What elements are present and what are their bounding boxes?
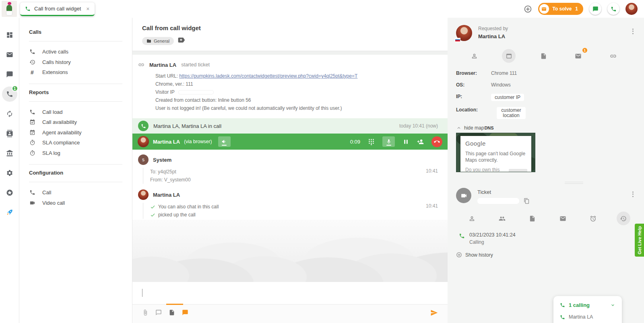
show-history-link[interactable]: Show history <box>456 252 636 258</box>
phone-icon <box>611 6 617 12</box>
chevron-down-icon[interactable] <box>610 302 615 308</box>
browser-window-icon <box>506 53 512 60</box>
customer-name[interactable]: Martina LA <box>478 33 508 39</box>
add-new-icon[interactable] <box>524 5 532 13</box>
tab-history[interactable] <box>617 212 630 225</box>
sidenav-item-label: Call load <box>42 109 63 115</box>
location-map[interactable]: Google This page can't load Google Maps … <box>456 133 535 172</box>
topbar-actions: To solve 1 <box>524 3 644 15</box>
sidenav-item-label: Active calls <box>42 49 68 55</box>
speaker-icon <box>221 139 227 144</box>
tab-browser-info[interactable] <box>502 49 516 63</box>
rail-calls[interactable]: 1 <box>0 84 19 104</box>
rail-automation[interactable] <box>0 104 19 123</box>
mic-icon <box>386 139 392 144</box>
message-author: Martina LA <box>149 62 176 68</box>
sidenav-item-call-availability[interactable]: Call availability <box>29 117 122 128</box>
topbar: Call from call widget × To solve 1 <box>0 0 644 18</box>
mute-button[interactable] <box>382 136 395 147</box>
rail-dashboard[interactable] <box>0 25 19 45</box>
person-icon <box>469 215 475 222</box>
rail-tickets[interactable] <box>0 45 19 64</box>
sidenav-item-sla-log[interactable]: SLA log <box>29 148 122 158</box>
customer-card: Requested by Martina LA <box>456 25 636 41</box>
internal-note-icon[interactable] <box>182 309 188 316</box>
tab-mail[interactable]: 1 <box>572 49 585 63</box>
file-icon <box>529 215 536 222</box>
contact-card-icon <box>6 130 13 137</box>
rail-settings[interactable] <box>0 163 19 183</box>
app-window: Call from call widget × To solve 1 1 <box>0 0 644 323</box>
dialpad-icon[interactable] <box>368 138 375 145</box>
hangup-button[interactable] <box>431 136 442 147</box>
sidenav-item-calls-history[interactable]: Calls history <box>29 57 122 68</box>
sidenav-item-video-call[interactable]: Video call <box>29 198 122 208</box>
chat-icon <box>592 6 599 12</box>
sidenav-item-call[interactable]: Call <box>29 187 122 198</box>
pickup-note-text: picked up the call <box>158 211 196 219</box>
add-participant-icon[interactable] <box>417 138 424 145</box>
calls-badge: 1 <box>12 85 18 92</box>
ticket-tab[interactable]: Call from call widget × <box>20 2 95 16</box>
plus-circle-icon <box>456 252 462 258</box>
ticket-menu-icon[interactable] <box>631 189 635 200</box>
to-solve-button[interactable]: To solve 1 <box>538 3 583 15</box>
sidenav-item-extensions[interactable]: # Extensions <box>29 67 122 78</box>
send-icon[interactable] <box>430 309 438 317</box>
tab-ticket-mail[interactable] <box>556 212 570 225</box>
rail-achievements[interactable] <box>0 183 19 202</box>
file-icon[interactable] <box>169 309 175 316</box>
detail-label: OS: <box>456 82 491 88</box>
hide-map-toggle[interactable]: hide map DNS <box>456 125 636 131</box>
customer-menu-icon[interactable] <box>631 26 635 37</box>
close-icon[interactable]: × <box>86 6 89 12</box>
get-live-help-tab[interactable]: Get Live Help <box>635 224 644 257</box>
rail-chats[interactable] <box>0 64 19 84</box>
tab-sla[interactable] <box>586 212 600 225</box>
tab-requester[interactable] <box>465 212 479 225</box>
tab-links[interactable] <box>606 49 620 63</box>
attach-icon[interactable] <box>142 309 149 316</box>
hash-icon: # <box>29 69 35 76</box>
logo-cactus-flower <box>8 2 11 5</box>
department-chip[interactable]: General <box>142 37 174 45</box>
sidenav-item-agent-availability[interactable]: Agent availability <box>29 128 122 138</box>
panel-drag-handle[interactable] <box>565 182 583 184</box>
requested-by-label: Requested by <box>478 26 508 31</box>
tab-tickets[interactable] <box>537 49 551 63</box>
rail-customers[interactable] <box>0 123 19 143</box>
app-logo[interactable] <box>2 1 17 17</box>
calls-button[interactable] <box>607 3 619 15</box>
chats-button[interactable] <box>589 3 601 15</box>
message-author: System <box>153 157 171 163</box>
tab-related-tickets[interactable] <box>526 212 539 225</box>
sidenav-item-active-calls[interactable]: Active calls <box>29 47 122 57</box>
ticket-panel: Call from call widget General Martina LA… <box>132 18 448 323</box>
call-icon <box>25 6 31 12</box>
speaker-button[interactable] <box>218 136 231 147</box>
rail-getting-started[interactable] <box>0 202 19 222</box>
customer-avatar[interactable] <box>456 25 472 41</box>
dashboard-icon <box>6 31 13 39</box>
sidenav-item-label: SLA log <box>42 150 60 156</box>
user-avatar[interactable] <box>625 3 638 15</box>
detail-value: Windows <box>491 82 511 88</box>
add-tag-button[interactable] <box>177 36 186 46</box>
calling-participant-name: Martina LA <box>569 314 593 320</box>
history-icon <box>620 215 627 222</box>
chat-outline-icon[interactable] <box>155 309 162 316</box>
start-url-link[interactable]: https://pumpkins.ladesk.com/contactwidge… <box>179 73 357 79</box>
calling-participant[interactable]: Martina LA <box>560 314 615 320</box>
side-navigation: Calls Active calls Calls history # Exten… <box>19 18 132 323</box>
customer-tabs: 1 <box>467 49 620 63</box>
hold-icon[interactable] <box>402 138 409 145</box>
to-solve-label: To solve <box>553 6 572 12</box>
tab-profile[interactable] <box>467 49 481 63</box>
tab-participants[interactable] <box>495 212 509 225</box>
sidenav-item-call-load[interactable]: Call load <box>29 107 122 117</box>
reply-input[interactable] <box>132 282 448 304</box>
redacted-visitor-ip <box>178 90 214 95</box>
rail-company[interactable] <box>0 143 19 163</box>
sidenav-item-sla-compliance[interactable]: SLA compliance <box>29 138 122 148</box>
copy-icon[interactable] <box>524 198 530 204</box>
